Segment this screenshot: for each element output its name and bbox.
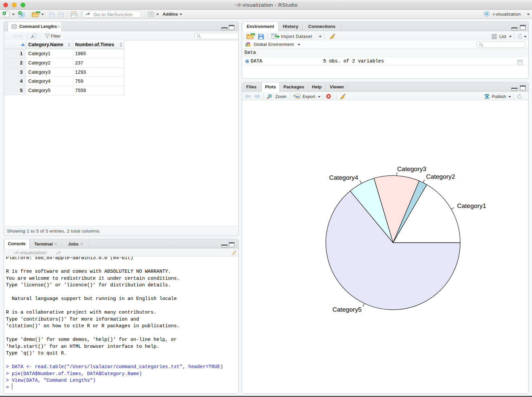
svg-text:Category5: Category5 <box>332 306 362 313</box>
svg-text:R: R <box>485 12 488 16</box>
svg-text:Category2: Category2 <box>426 173 455 180</box>
svg-text:Category3: Category3 <box>397 165 426 172</box>
svg-text:Category1: Category1 <box>457 202 486 209</box>
svg-text:Category4: Category4 <box>329 174 358 181</box>
